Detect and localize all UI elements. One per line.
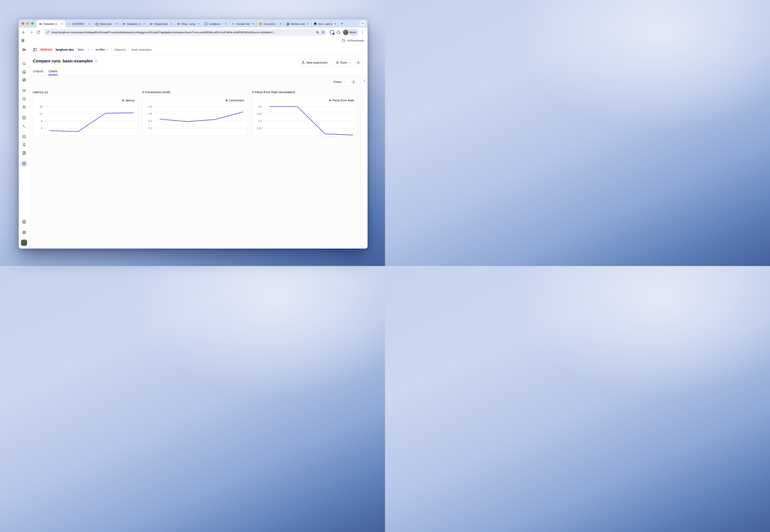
langfuse-logo[interactable] xyxy=(19,44,29,55)
tab-search-chevron[interactable] xyxy=(359,20,365,26)
life-buoy-icon xyxy=(22,230,26,234)
browser-menu-icon[interactable] xyxy=(361,30,364,34)
tab-title: Marlies wee xyxy=(291,22,305,25)
org-switcher-chevron[interactable] xyxy=(87,48,90,51)
divider xyxy=(339,39,339,42)
chart-card[interactable]: 0.80.60.40.2 Correctness xyxy=(142,96,248,136)
y-axis-tick: 16 xyxy=(39,105,42,108)
sidebar-item-list-tree[interactable] xyxy=(21,87,28,94)
browser-tab-accounts[interactable]: Accounts | ✕ xyxy=(257,20,284,28)
project-name[interactable]: no-filter xyxy=(95,48,109,51)
layout-grid-icon xyxy=(22,78,26,82)
tab-close-icon[interactable]: ✕ xyxy=(306,23,310,25)
tab-close-icon[interactable]: ✕ xyxy=(334,23,337,25)
tab-outputs[interactable]: Outputs xyxy=(33,70,43,75)
chart-card[interactable]: 0.60.450.30.15 Parse Error Rate xyxy=(252,96,357,136)
browser-tab-blog-lang[interactable]: Blog - Lang ✕ xyxy=(174,20,202,28)
sidebar-item-file-code[interactable] xyxy=(21,114,28,121)
info-icon[interactable] xyxy=(94,60,98,63)
tab-close-icon[interactable]: ✕ xyxy=(224,23,228,25)
sidebar-item-terminal[interactable] xyxy=(21,122,28,129)
browser-tab-marlies-wee[interactable]: Marlies wee ✕ xyxy=(284,20,311,28)
url-bar[interactable]: cloud.langfuse.com/project/cmfwgv8fx002o… xyxy=(44,29,327,36)
tab-close-icon[interactable]: ✕ xyxy=(60,23,64,25)
github-pr-icon: ✕ xyxy=(95,22,98,26)
org-role-badge: Team xyxy=(76,48,85,52)
browser-tab-datasets-l[interactable]: Datasets | L ✕ xyxy=(37,20,65,28)
reload-button[interactable] xyxy=(35,29,42,36)
new-experiment-button[interactable]: New experiment xyxy=(299,59,330,67)
bookmark-star-icon[interactable] xyxy=(321,30,325,34)
tab-charts[interactable]: Charts xyxy=(49,70,57,75)
chart-card[interactable]: 161284 latency xyxy=(33,96,138,136)
new-tab-button[interactable]: + xyxy=(339,20,346,27)
extensions-puzzle-icon[interactable] xyxy=(336,30,340,34)
password-manager-extension-icon[interactable] xyxy=(330,30,334,34)
user-avatar[interactable] xyxy=(21,240,27,246)
zoom-window-button[interactable] xyxy=(31,22,34,25)
tab-close-icon[interactable]: ✕ xyxy=(88,23,91,25)
y-axis-tick: 0.15 xyxy=(257,127,262,130)
runs-dropdown-button[interactable]: Runs 4 xyxy=(332,59,364,67)
tab-close-icon[interactable]: ✕ xyxy=(115,23,118,25)
chart-panel-2: # Parse Error Rate (annotation) 0.60.450… xyxy=(252,90,357,136)
chevron-down-icon xyxy=(87,48,90,51)
browser-tab-datasets-l[interactable]: Datasets | L ✕ xyxy=(120,20,147,28)
sidebar-item-clock[interactable] xyxy=(21,95,28,102)
chevron-left-icon[interactable] xyxy=(363,79,366,82)
terminal-icon xyxy=(22,124,26,128)
tab-close-icon[interactable]: ✕ xyxy=(170,23,173,25)
chart-panel-0: Latency (s) 161284 latency xyxy=(33,90,138,136)
all-bookmarks-label: All Bookmarks xyxy=(347,39,364,42)
flask-icon xyxy=(302,61,305,64)
bookmarks-bar: All Bookmarks xyxy=(19,37,368,44)
sidebar-item-search[interactable] xyxy=(21,60,28,67)
breadcrumb-datasets-link[interactable]: Datasets xyxy=(114,48,126,51)
apps-grid-icon[interactable] xyxy=(21,39,25,42)
browser-tab-langfuse[interactable]: 6 Langfuse - ✕ xyxy=(202,20,229,28)
close-window-button[interactable] xyxy=(22,22,24,25)
browser-toolbar: cloud.langfuse.com/project/cmfwgv8fx002o… xyxy=(19,28,368,37)
zoom-icon[interactable] xyxy=(316,31,319,34)
sidebar-item-users[interactable] xyxy=(21,103,28,110)
breadcrumb-dataset-name[interactable]: basic-examples xyxy=(131,48,151,51)
chart-panel-1: # Correctness (eval) 0.80.60.40.2 Correc… xyxy=(142,90,248,136)
sidebar-item-life-buoy[interactable] xyxy=(21,229,28,236)
sidebar-item-percent-square[interactable] xyxy=(21,133,28,140)
page-tabs: Outputs Charts xyxy=(30,70,368,75)
browser-window: Datasets | L ✕ CO 20250923 ✕ ✕ feat(io-t… xyxy=(19,19,368,249)
tab-close-icon[interactable]: ✕ xyxy=(279,23,282,25)
charts-filter-button[interactable]: Charts 3 xyxy=(330,78,358,86)
browser-profile-chip[interactable]: Work xyxy=(343,29,359,36)
clock-icon xyxy=(22,97,26,101)
tab-close-icon[interactable]: ✕ xyxy=(142,23,146,25)
browser-tab-docs-add-g[interactable]: docs: add g ✕ xyxy=(311,20,339,28)
back-button[interactable] xyxy=(20,29,27,36)
chevron-down-icon xyxy=(106,48,109,51)
sidebar-item-home[interactable] xyxy=(21,68,28,75)
tab-title: 20250923 xyxy=(72,22,86,25)
sidebar-item-lightbulb[interactable] xyxy=(21,141,28,148)
tab-close-icon[interactable]: ✕ xyxy=(197,23,200,25)
charts-count-badge: 3 xyxy=(351,80,356,84)
browser-tab-feat-io-tab[interactable]: ✕ feat(io-tab ✕ xyxy=(93,20,120,28)
sidebar-item-layout-grid[interactable] xyxy=(21,76,28,83)
tab-title: docs: add g xyxy=(318,22,332,25)
sidebar-item-clipboard-pen[interactable] xyxy=(21,149,28,156)
tab-close-icon[interactable]: ✕ xyxy=(252,23,255,25)
minimize-window-button[interactable] xyxy=(26,22,29,25)
browser-tab-20250923[interactable]: CO 20250923 ✕ xyxy=(65,20,93,28)
tab-title: Blog - Lang xyxy=(181,22,196,25)
gemini-icon xyxy=(232,22,235,26)
github-icon xyxy=(314,22,317,26)
all-bookmarks[interactable]: All Bookmarks xyxy=(339,39,364,42)
browser-tab-organizatio[interactable]: Organizatio ✕ xyxy=(147,20,174,28)
forward-button[interactable] xyxy=(28,29,34,36)
sidebar-item-database[interactable] xyxy=(21,160,28,167)
organization-name[interactable]: langfuse-dev xyxy=(55,48,74,51)
breadcrumb: PROD-EU langfuse-dev Team / no-filter / … xyxy=(30,44,368,55)
window-controls xyxy=(19,19,37,28)
sidebar-toggle-button[interactable] xyxy=(33,48,37,52)
sidebar-item-settings[interactable] xyxy=(21,218,28,225)
browser-tab-google-ger[interactable]: Google Ger ✕ xyxy=(229,20,257,28)
